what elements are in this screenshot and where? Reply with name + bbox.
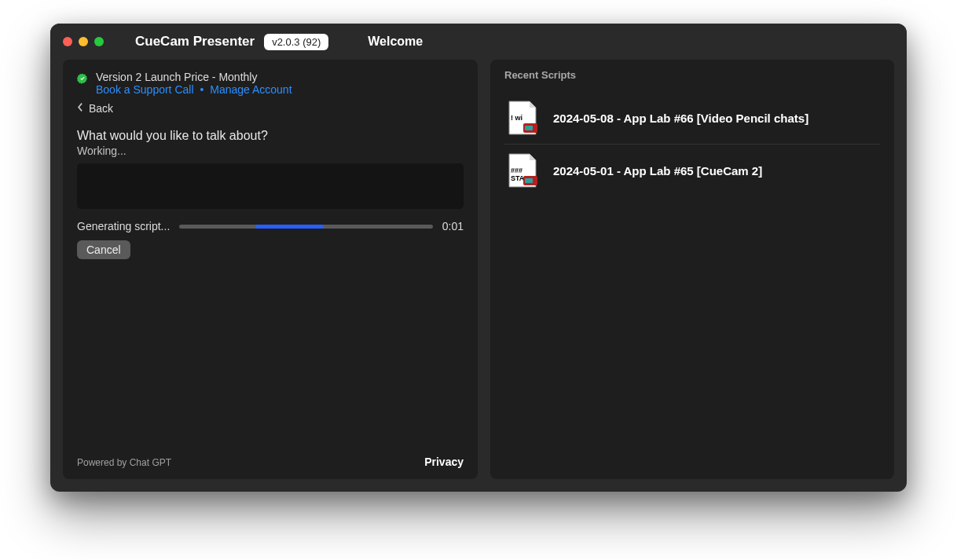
document-icon: ###STA — [504, 152, 541, 188]
recent-script-item[interactable]: ###STA2024-05-01 - App Lab #65 [CueCam 2… — [504, 145, 880, 196]
subscription-info: Version 2 Launch Price - Monthly Book a … — [96, 71, 292, 96]
app-window: CueCam Presenter v2.0.3 (92) Welcome Ver… — [50, 24, 907, 492]
document-icon: ! wi — [504, 100, 541, 136]
right-panel: Recent Scripts ! wi2024-05-08 - App Lab … — [490, 60, 894, 479]
titlebar: CueCam Presenter v2.0.3 (92) Welcome — [50, 24, 907, 60]
app-title: CueCam Presenter — [135, 34, 255, 49]
cancel-button[interactable]: Cancel — [77, 240, 130, 259]
subscription-title: Version 2 Launch Price - Monthly — [96, 71, 292, 83]
svg-rect-6 — [525, 178, 533, 183]
minimize-window-button[interactable] — [79, 37, 88, 46]
document-icon: ###STA — [504, 152, 541, 188]
recent-script-title: 2024-05-08 - App Lab #66 [Video Pencil c… — [553, 112, 808, 125]
svg-text:###: ### — [511, 167, 522, 174]
manage-account-link[interactable]: Manage Account — [210, 83, 292, 96]
fullscreen-window-button[interactable] — [94, 37, 104, 46]
chevron-left-icon — [77, 102, 84, 115]
prompt-heading: What would you like to talk about? — [77, 129, 464, 143]
recent-script-item[interactable]: ! wi2024-05-08 - App Lab #66 [Video Penc… — [504, 92, 880, 145]
progress-row: Generating script... 0:01 — [77, 220, 464, 232]
svg-rect-2 — [525, 126, 533, 130]
recent-scripts-heading: Recent Scripts — [504, 69, 880, 81]
progress-time: 0:01 — [442, 220, 464, 232]
book-support-call-link[interactable]: Book a Support Call — [96, 83, 194, 96]
progress-bar — [179, 225, 432, 229]
tab-welcome[interactable]: Welcome — [368, 35, 423, 49]
link-separator: • — [200, 83, 204, 96]
document-icon: ! wi — [504, 100, 541, 136]
working-label: Working... — [77, 145, 464, 157]
progress-segment — [255, 225, 324, 229]
prompt-textarea[interactable] — [77, 163, 464, 209]
close-window-button[interactable] — [63, 37, 72, 46]
footer-row: Powered by Chat GPT Privacy — [77, 446, 464, 468]
svg-text:! wi: ! wi — [511, 114, 522, 122]
subscription-links: Book a Support Call • Manage Account — [96, 83, 292, 96]
scripts-list: ! wi2024-05-08 - App Lab #66 [Video Penc… — [504, 92, 880, 196]
subscription-row: Version 2 Launch Price - Monthly Book a … — [77, 71, 464, 96]
version-badge: v2.0.3 (92) — [264, 34, 328, 50]
privacy-link[interactable]: Privacy — [424, 456, 464, 468]
progress-label: Generating script... — [77, 220, 170, 232]
svg-text:STA: STA — [511, 174, 525, 182]
back-button[interactable]: Back — [77, 102, 113, 115]
body: Version 2 Launch Price - Monthly Book a … — [50, 60, 907, 492]
back-label: Back — [89, 102, 113, 115]
powered-by-label: Powered by Chat GPT — [77, 457, 171, 468]
traffic-lights — [63, 37, 104, 46]
recent-script-title: 2024-05-01 - App Lab #65 [CueCam 2] — [553, 164, 762, 178]
left-panel: Version 2 Launch Price - Monthly Book a … — [63, 60, 478, 479]
verified-badge-icon — [77, 73, 88, 84]
